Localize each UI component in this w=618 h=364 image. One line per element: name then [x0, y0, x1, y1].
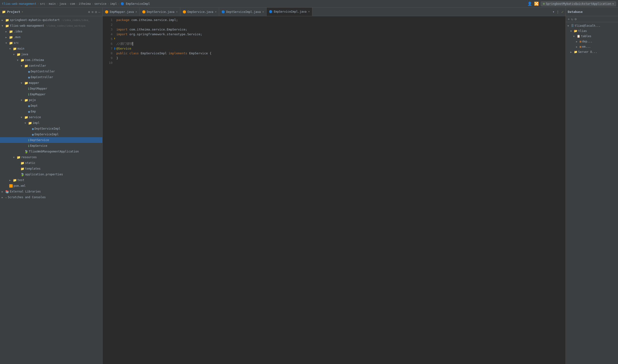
tree-item-application-props[interactable]: 🍃 application.properties: [0, 171, 102, 177]
db-label: tlias@localh...: [575, 24, 600, 27]
tree-label: springboot-mybatis-quickstart: [10, 18, 60, 22]
run-config[interactable]: SpringbootMybatisQuickstartApplication ▾: [541, 1, 616, 6]
tree-item-pojo[interactable]: ▼ 📁 pojo: [0, 97, 102, 103]
minimize-icon[interactable]: —: [98, 10, 100, 14]
import-path: org.springframework.stereotype.: [129, 32, 188, 37]
tree-item-impl[interactable]: ▼ 📁 impl: [0, 120, 102, 126]
tree-item-src[interactable]: ▼ 📁 src: [0, 40, 102, 46]
tree-label: .idea: [13, 30, 22, 33]
tab-close-button[interactable]: ✕: [176, 10, 178, 13]
tree-item-mapper[interactable]: ▼ 📁 mapper: [0, 80, 102, 86]
tree-label: src: [13, 41, 19, 45]
tab-close-button[interactable]: ✕: [263, 10, 264, 13]
tree-item-tlias-root[interactable]: ▼ 📁 tlias-web-management ~/idea_codes/id…: [0, 23, 102, 29]
breadcrumb-item-8[interactable]: impl: [110, 2, 117, 5]
collapse-icon[interactable]: ≡: [92, 10, 94, 14]
tab-close-button[interactable]: ✕: [308, 10, 310, 13]
tree-arrow: ▶: [5, 36, 8, 39]
tree-item-comitheima[interactable]: ▼ 📁 com.itheima: [0, 57, 102, 63]
breadcrumb-item-7[interactable]: service: [94, 2, 107, 5]
breadcrumb-item-6[interactable]: itheima: [79, 2, 91, 5]
tree-item-DeptMapper[interactable]: ℹ DeptMapper: [0, 86, 102, 91]
keyword: implements: [169, 51, 189, 56]
tab-label: EmpMapper.java: [110, 10, 134, 13]
tree-arrow: ▼: [25, 122, 27, 124]
db-label: Server O...: [578, 50, 597, 54]
breadcrumb-item-3[interactable]: main: [49, 2, 56, 5]
vcs-icon[interactable]: 🔀: [534, 1, 539, 6]
breadcrumb-item-5[interactable]: com: [70, 2, 75, 5]
breadcrumb-item-4[interactable]: java: [59, 2, 66, 5]
locate-icon[interactable]: ⊕: [88, 10, 90, 14]
tree-item-EmpController[interactable]: ● EmpController: [0, 74, 102, 80]
db-tree-item-tlias-local[interactable]: ▼ 🗄 tlias@localh...: [566, 23, 618, 28]
settings-icon[interactable]: ⚙: [95, 10, 97, 14]
tree-arrow: ▼: [2, 25, 4, 27]
db-tree-item-tables[interactable]: ▼ 📋 tables: [566, 34, 618, 39]
sidebar-dropdown-icon[interactable]: ▾: [22, 11, 23, 13]
tab-EmpMapper[interactable]: 🟠 EmpMapper.java ✕: [103, 8, 140, 16]
tree-item-EmpMapper[interactable]: ℹ EmpMapper: [0, 91, 102, 97]
tree-item-springboot-root[interactable]: ▶ 📁 springboot-mybatis-quickstart ~/idea…: [0, 17, 102, 23]
tree-item-mvn[interactable]: ▶ 📁 .mvn: [0, 34, 102, 40]
tree-item-test[interactable]: ▶ 📁 test: [0, 177, 102, 183]
tree-item-main[interactable]: ▼ 📁 main: [0, 46, 102, 52]
tree-item-EmpService[interactable]: ℹ EmpService: [0, 143, 102, 149]
code-area: 1 2 3 4 5 6 7 8 9 10 package com.itheima…: [103, 16, 565, 364]
db-tree-item-tlias-schema[interactable]: ▼ 📂 tlias: [566, 28, 618, 34]
editor-container: 🟠 EmpMapper.java ✕ 🟠 DeptService.java ✕ …: [103, 8, 618, 364]
class-name: Service: [187, 32, 200, 37]
tab-DeptServiceImpl[interactable]: 🔵 DeptServiceImpl.java ✕: [219, 8, 267, 16]
annotation: @Service: [116, 46, 131, 51]
tab-label: DeptService.java: [147, 10, 175, 13]
tab-close-button[interactable]: ✕: [215, 10, 216, 13]
tree-label: DeptServiceImpl: [35, 127, 60, 130]
tree-item-idea[interactable]: ▶ 📁 .idea: [0, 29, 102, 34]
tab-close-button[interactable]: ✕: [135, 10, 137, 13]
tree-item-TliasApp[interactable]: 🍃 TliasWebManagementApplication: [0, 149, 102, 154]
database-panel: Database + ↻ ⚙ ▼ 🗄 tlias@localh... ▼: [565, 8, 618, 364]
tree-item-DeptServiceImpl[interactable]: ● DeptServiceImpl: [0, 126, 102, 131]
tree-item-Dept[interactable]: ● Dept: [0, 103, 102, 109]
tree-arrow: ▼: [570, 30, 573, 32]
tab-icon: 🔵: [221, 10, 225, 13]
tab-DeptService[interactable]: 🟠 DeptService.java ✕: [140, 8, 180, 16]
tree-arrow: ▶: [2, 190, 4, 193]
tree-label: com.itheima: [25, 58, 44, 62]
tab-EmpService[interactable]: 🟠 EmpService.java ✕: [180, 8, 219, 16]
tab-EmpServiceImpl[interactable]: 🔵 EmpServiceImpl.java ✕: [267, 8, 312, 16]
db-add-icon[interactable]: +: [568, 17, 570, 21]
breadcrumb-item-2[interactable]: src: [40, 2, 45, 5]
tree-item-pom[interactable]: 🟧 pom.xml: [0, 183, 102, 189]
breadcrumb-item-1[interactable]: tlias-web-management: [2, 2, 37, 5]
run-config-label: SpringbootMybatisQuickstartApplication: [546, 2, 611, 5]
db-schema-icon: 📂: [574, 29, 578, 33]
tree-item-java[interactable]: ▼ 📁 java: [0, 52, 102, 57]
tree-item-scratches[interactable]: ▶ ✏ Scratches and Consoles: [0, 195, 102, 200]
tree-item-controller[interactable]: ▼ 📁 controller: [0, 63, 102, 69]
tab-expand-icon[interactable]: ▾: [553, 10, 555, 13]
tree-item-static[interactable]: 📁 static: [0, 160, 102, 166]
tree-item-extlibs[interactable]: ▶ 📚 External Libraries: [0, 189, 102, 195]
tabs-bar: 🟠 EmpMapper.java ✕ 🟠 DeptService.java ✕ …: [103, 8, 565, 16]
tree-item-resources[interactable]: ▼ 📁 resources: [0, 154, 102, 160]
tree-item-templates[interactable]: 📁 templates: [0, 166, 102, 171]
db-tree-item-dep[interactable]: ▶ ▦ dep...: [566, 39, 618, 44]
tree-item-service[interactable]: ▼ 📁 service: [0, 114, 102, 120]
db-refresh-icon[interactable]: ↻: [571, 17, 573, 21]
code-editor[interactable]: package com.itheima.service.impl; ◈ impo…: [114, 17, 565, 364]
tree-label: impl: [33, 121, 40, 125]
db-tree-item-server-objects[interactable]: ▶ 📁 Server O...: [566, 49, 618, 54]
db-settings-icon[interactable]: ⚙: [575, 17, 577, 21]
db-server-icon: 📁: [574, 50, 578, 54]
tree-arrow: ▼: [9, 47, 12, 50]
folder-icon: 📁: [21, 58, 24, 62]
tree-item-EmpServiceImpl[interactable]: ● EmpServiceImpl: [0, 131, 102, 137]
db-tree-item-em[interactable]: ▶ ▦ em...: [566, 44, 618, 49]
avatar-icon[interactable]: 👤: [527, 1, 532, 6]
tree-item-DeptService[interactable]: ℹ DeptService: [0, 137, 102, 143]
tree-item-Emp[interactable]: ● Emp: [0, 109, 102, 114]
tab-more-icon[interactable]: ⋮: [556, 10, 559, 13]
tree-item-DeptController[interactable]: ● DeptController: [0, 69, 102, 74]
tree-label: service: [29, 116, 41, 119]
